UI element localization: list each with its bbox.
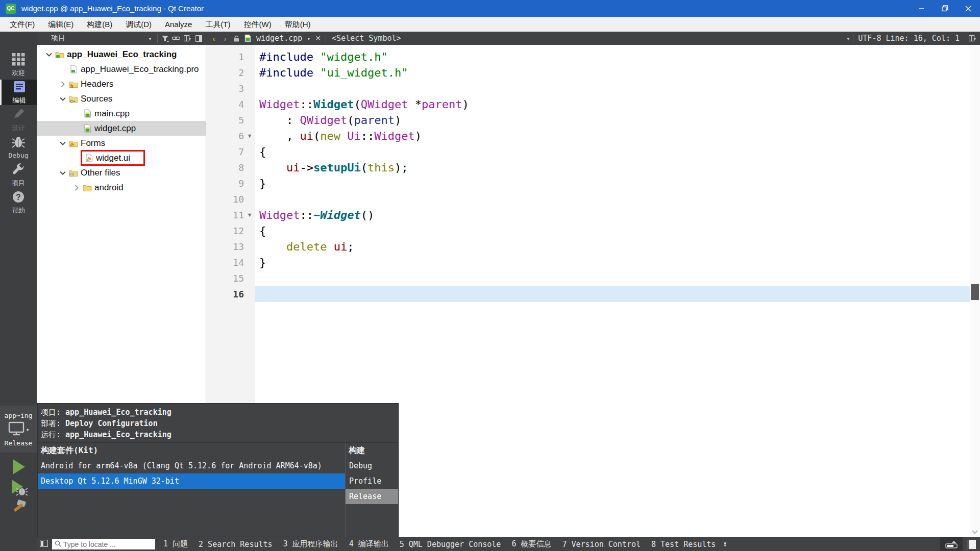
build-config-release[interactable]: Release [346,489,398,504]
menu-item-4[interactable]: Analyze [158,17,199,32]
tree-item-widget-cpp[interactable]: widget.cpp [37,121,206,136]
line-number: 13 [233,241,244,252]
lock-icon [231,33,242,44]
code-line-3[interactable] [255,81,980,96]
tree-item-app-huawei-eco-tracking[interactable]: app_Huawei_Eco_tracking [37,47,206,62]
mode-design-pencil[interactable]: 设计 [0,107,37,133]
mode-projects-wrench[interactable]: 项目 [0,162,37,188]
tree-item-label: Forms [81,138,105,148]
code-line-12[interactable]: { [255,223,980,239]
locator-input[interactable] [63,540,145,548]
caret-down-icon[interactable] [44,53,54,57]
code-line-7[interactable]: { [255,144,980,160]
output-pane-7[interactable]: 7 Version Control [562,540,641,549]
tree-item-app-huawei-eco-tracking-pro[interactable]: app_Huawei_Eco_tracking.pro [37,62,206,77]
menu-item-5[interactable]: 工具(T) [199,17,237,32]
panel-mode-dropdown-icon[interactable]: ▾ [144,33,156,44]
nav-back-icon[interactable]: ‹ [208,34,219,43]
code-line-4[interactable]: Widget::Widget(QWidget *parent) [255,96,980,112]
status-bar-right [940,537,980,551]
output-pane-1[interactable]: 1 问题 [163,539,188,549]
code-line-16[interactable] [255,286,980,302]
code-line-1[interactable]: #include "widget.h" [255,49,980,65]
output-pane-6[interactable]: 6 概要信息 [511,539,551,549]
output-pane-3[interactable]: 3 应用程序输出 [283,539,338,549]
tree-item-android[interactable]: android [37,180,206,195]
tree-item-main-cpp[interactable]: main.cpp [37,106,206,121]
close-panel-icon[interactable] [193,33,204,44]
tree-item-widget-ui[interactable]: widget.ui [37,151,206,165]
encoding-dropdown-icon[interactable]: ▾ [847,36,849,41]
gutter-line-1: 1 [206,49,255,65]
output-pane-2[interactable]: 2 Search Results [199,540,273,549]
code-line-5[interactable]: : QWidget(parent) [255,112,980,128]
scrollbar-thumb[interactable] [971,284,979,300]
tree-item-sources[interactable]: C+Sources [37,91,206,106]
filter-icon[interactable] [159,33,170,44]
run-button[interactable] [0,458,37,478]
folder-other-icon [68,169,79,177]
caret-down-icon[interactable] [58,141,68,145]
mode-welcome-grid[interactable]: 欢迎 [0,52,37,78]
debug-run-button[interactable] [0,479,37,499]
close-button[interactable] [957,0,980,17]
caret-right-icon[interactable] [58,81,68,87]
mode-edit-document[interactable]: 编辑 [0,80,37,105]
code-line-10[interactable] [255,191,980,207]
close-document-icon[interactable]: ✕ [315,34,321,42]
restore-button[interactable] [933,0,957,17]
locator-box[interactable] [52,539,155,549]
kit-row-1[interactable]: Desktop Qt 5.12.6 MinGW 32-bit [38,473,345,489]
sync-with-editor-icon[interactable] [170,33,182,44]
build-config-debug[interactable]: Debug [346,458,398,473]
menu-item-6[interactable]: 控件(W) [237,17,278,32]
menu-item-0[interactable]: 文件(F) [3,17,41,32]
toggle-left-sidebar-icon[interactable] [40,540,48,549]
code-line-11[interactable]: Widget::~Widget() [255,207,980,223]
output-pane-4[interactable]: 4 编译输出 [349,539,389,549]
toggle-right-panel-icon[interactable] [963,537,980,551]
menu-item-2[interactable]: 构建(B) [80,17,119,32]
mode-help-question[interactable]: ?帮助 [0,190,37,215]
menu-item-3[interactable]: 调试(D) [119,17,158,32]
tree-item-other-files[interactable]: Other files [37,165,206,180]
build-progress-icon[interactable] [940,537,963,551]
caret-down-icon[interactable] [58,97,68,101]
build-button[interactable] [0,499,37,519]
scrollbar-down-arrow-icon[interactable] [970,527,980,537]
search-icon [55,540,61,549]
code-line-8[interactable]: ui->setupUi(this); [255,160,980,176]
tree-item-body: Forms [68,138,105,148]
kit-row-0[interactable]: Android for arm64-v8a (Clang Qt 5.12.6 f… [38,458,345,473]
pane-expand-icon[interactable]: ▲▼ [723,541,727,547]
code-line-9[interactable]: } [255,176,980,191]
output-pane-8[interactable]: 8 Test Results [651,540,716,549]
symbol-selector[interactable]: <Select Symbol> [332,34,401,43]
mode-debug-bug[interactable]: Debug [0,135,37,160]
code-line-6[interactable]: , ui(new Ui::Widget) [255,128,980,144]
output-pane-5[interactable]: 5 QML Debugger Console [400,540,501,549]
encoding-line-col-status[interactable]: UTF-8 Line: 16, Col: 1 [858,34,960,43]
fold-marker-icon[interactable]: ▼ [244,212,255,218]
code-line-15[interactable] [255,270,980,286]
menu-item-1[interactable]: 编辑(E) [41,17,80,32]
tree-item-headers[interactable]: hHeaders [37,77,206,91]
minimize-button[interactable] [910,0,933,17]
split-editor-icon[interactable] [967,33,978,44]
gutter-line-2: 2 [206,65,255,81]
code-line-13[interactable]: delete ui; [255,239,980,255]
caret-down-icon[interactable] [58,171,68,175]
menu-item-7[interactable]: 帮助(H) [278,17,317,32]
document-dropdown-icon[interactable]: ▾ [307,36,310,41]
kit-selector-button[interactable]: app⋯ing ▸ Release [0,406,37,453]
code-line-14[interactable]: } [255,255,980,270]
build-config-profile[interactable]: Profile [346,473,398,489]
fold-marker-icon[interactable]: ▼ [244,133,255,139]
open-document-name[interactable]: widget.cpp [256,34,302,43]
caret-right-icon[interactable] [71,185,82,191]
code-line-2[interactable]: #include "ui_widget.h" [255,65,980,81]
editor-scrollbar[interactable] [970,45,980,537]
split-panel-icon[interactable] [182,33,193,44]
nav-forward-icon[interactable]: › [219,34,231,43]
tree-item-forms[interactable]: Forms [37,136,206,151]
